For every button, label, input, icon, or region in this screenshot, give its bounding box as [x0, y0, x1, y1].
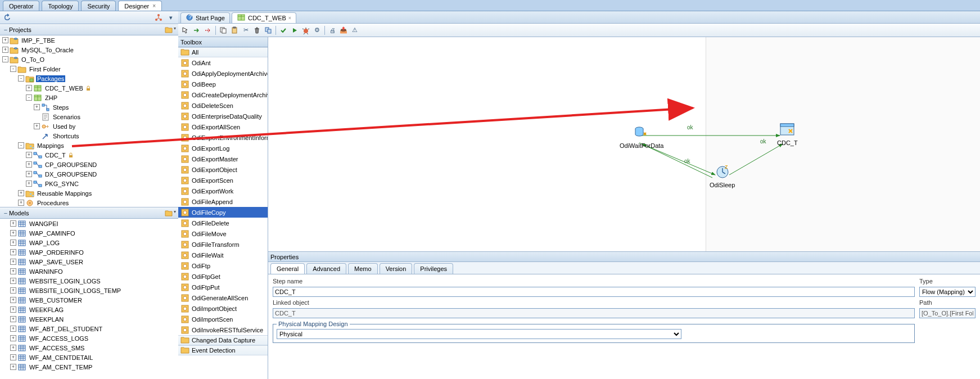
tree-item[interactable]: +Used by	[0, 121, 178, 131]
paste-icon[interactable]	[229, 25, 240, 35]
tree-item[interactable]: +WF_ACCESS_SMS	[0, 343, 178, 353]
toolbox-item[interactable]: OdiFileWait	[178, 250, 268, 260]
toolbox-item[interactable]: OdiDeleteScen	[178, 100, 268, 111]
tree-item[interactable]: Scenarios	[0, 112, 178, 121]
toolbox-item[interactable]: OdiFtp	[178, 260, 268, 271]
properties-tab-version[interactable]: Version	[380, 263, 413, 274]
tree-item[interactable]: +WEB_CUSTOMER	[0, 295, 178, 305]
gear-icon[interactable]: ⚙	[312, 25, 322, 35]
expand-icon[interactable]: +	[2, 37, 8, 43]
editor-tab[interactable]: CDC_T_WEB×	[232, 12, 296, 23]
toolbox-item[interactable]: OdiExportMaster	[178, 154, 268, 164]
tree-item[interactable]: +WF_AM_CENTDETAIL	[0, 353, 178, 362]
tree-item[interactable]: +WAP_SAVE_USER	[0, 257, 178, 267]
properties-tab-advanced[interactable]: Advanced	[306, 263, 346, 274]
properties-tab-privileges[interactable]: Privileges	[414, 263, 453, 274]
expand-icon[interactable]: +	[10, 268, 16, 274]
toolbox-item[interactable]: OdiExportObject	[178, 164, 268, 175]
tree-item[interactable]: +IMP_F_TBE	[0, 35, 178, 45]
expand-icon[interactable]: +	[10, 249, 16, 255]
expand-icon[interactable]: +	[10, 287, 16, 294]
toolbox-item[interactable]: OdiImportObject	[178, 303, 268, 314]
main-tab-designer[interactable]: Designer×	[118, 1, 162, 11]
expand-icon[interactable]: +	[10, 316, 16, 322]
toolbox-item[interactable]: OdiExportScen	[178, 175, 268, 186]
expand-icon[interactable]: +	[18, 200, 24, 206]
tree-item[interactable]: +Procedures	[0, 198, 178, 207]
tree-item[interactable]: -Packages	[0, 74, 178, 83]
tree-item[interactable]: +WEEKFLAG	[0, 305, 178, 314]
models-header[interactable]: − Models ▾	[0, 207, 178, 219]
canvas-node-sleep[interactable]: zOdiSleep	[710, 164, 735, 188]
run-icon[interactable]	[290, 25, 300, 35]
print-icon[interactable]: 🖨	[327, 25, 337, 35]
warning-icon[interactable]: ⚠	[350, 25, 360, 35]
export-icon[interactable]: 📤	[338, 25, 349, 35]
tree-item[interactable]: +CDC_T_WEB	[0, 83, 178, 93]
expand-icon[interactable]: +	[10, 278, 16, 284]
toolbox-item[interactable]: OdiFtpPut	[178, 282, 268, 292]
expand-icon[interactable]: +	[26, 181, 32, 187]
toolbox-item[interactable]: OdiExportEnvironmentInform	[178, 132, 268, 143]
toolbox-item[interactable]: OdiBeep	[178, 79, 268, 89]
folder-icon[interactable]	[165, 26, 173, 34]
expand-icon[interactable]: +	[10, 326, 16, 332]
tree-item[interactable]: +MySQL_To_Oracle	[0, 45, 178, 55]
projects-tree[interactable]: +IMP_F_TBE+MySQL_To_Oracle-O_To_O-First …	[0, 35, 178, 207]
tree-item[interactable]: +DX_GROUPSEND	[0, 169, 178, 179]
canvas-node-wait[interactable]: OdiWaitForData	[620, 124, 663, 149]
copy-icon[interactable]	[218, 25, 228, 35]
expand-icon[interactable]: +	[26, 161, 32, 168]
dropdown-icon[interactable]: ▾	[166, 12, 176, 22]
tree-item[interactable]: +WEEKPLAN	[0, 314, 178, 324]
toolbox-item[interactable]: OdiFileCopy	[178, 207, 268, 218]
expand-icon[interactable]: -	[10, 66, 16, 72]
properties-tab-general[interactable]: General	[270, 263, 305, 274]
tree-item[interactable]: +CP_GROUPSEND	[0, 160, 178, 169]
toolbox-item[interactable]: OdiImportScen	[178, 314, 268, 324]
tree-item[interactable]: +WF_ABT_DEL_STUDENT	[0, 324, 178, 333]
toolbox-item[interactable]: OdiFileTransform	[178, 239, 268, 250]
expand-icon[interactable]: +	[18, 190, 24, 196]
toolbox-item[interactable]: OdiInvokeRESTfulService	[178, 324, 268, 335]
toolbox-item[interactable]: OdiGenerateAllScen	[178, 292, 268, 303]
expand-icon[interactable]: +	[10, 259, 16, 265]
select-tool-icon[interactable]	[180, 25, 191, 35]
toolbox-section[interactable]: Changed Data Capture	[178, 335, 268, 345]
toolbox-item[interactable]: OdiFileMove	[178, 228, 268, 239]
tree-item[interactable]: +WAP_ORDERINFO	[0, 247, 178, 257]
duplicate-icon[interactable]	[263, 25, 273, 35]
expand-icon[interactable]: +	[10, 345, 16, 351]
tree-item[interactable]: +WEBSITE_LOGIN_LOGS_TEMP	[0, 286, 178, 295]
expand-icon[interactable]: +	[10, 354, 16, 360]
step-name-input[interactable]	[273, 287, 915, 297]
refresh-icon[interactable]	[2, 12, 12, 22]
hierarchy-icon[interactable]	[153, 12, 164, 22]
tree-item[interactable]: +WANGPEI	[0, 219, 178, 228]
tree-item[interactable]: +PKG_SYNC	[0, 179, 178, 188]
expand-icon[interactable]: -	[2, 56, 8, 62]
canvas-node-cdct[interactable]: CDC_T	[777, 121, 798, 146]
expand-icon[interactable]: +	[34, 123, 40, 129]
toolbox-section[interactable]: All	[178, 47, 268, 57]
cut-icon[interactable]: ✂	[241, 25, 251, 35]
validate-icon[interactable]	[278, 25, 288, 35]
expand-icon[interactable]: +	[34, 104, 40, 110]
tree-item[interactable]: +WEBSITE_LOGIN_LOGS	[0, 276, 178, 286]
expand-icon[interactable]: +	[10, 230, 16, 236]
expand-icon[interactable]: +	[10, 220, 16, 227]
tree-item[interactable]: +WARNINFO	[0, 267, 178, 276]
toolbox-item[interactable]: OdiCreateDeploymentArchiv	[178, 89, 268, 100]
toolbox-item[interactable]: OdiExportAllScen	[178, 121, 268, 132]
physical-mapping-select[interactable]: Physical	[277, 329, 681, 339]
projects-header[interactable]: − Projects ▾	[0, 24, 178, 35]
ko-arrow-icon[interactable]	[203, 25, 213, 35]
toolbox-item[interactable]: OdiFileAppend	[178, 196, 268, 207]
tree-item[interactable]: +WAP_CAMINFO	[0, 228, 178, 238]
debug-icon[interactable]	[301, 25, 311, 35]
toolbox-list[interactable]: AllOdiAntOdiApplyDeploymentArchiveOdiBee…	[178, 47, 268, 379]
main-tab-operator[interactable]: Operator×	[3, 1, 39, 11]
expand-icon[interactable]: -	[18, 75, 24, 82]
expand-icon[interactable]: +	[10, 364, 16, 370]
expand-icon[interactable]: +	[10, 297, 16, 303]
